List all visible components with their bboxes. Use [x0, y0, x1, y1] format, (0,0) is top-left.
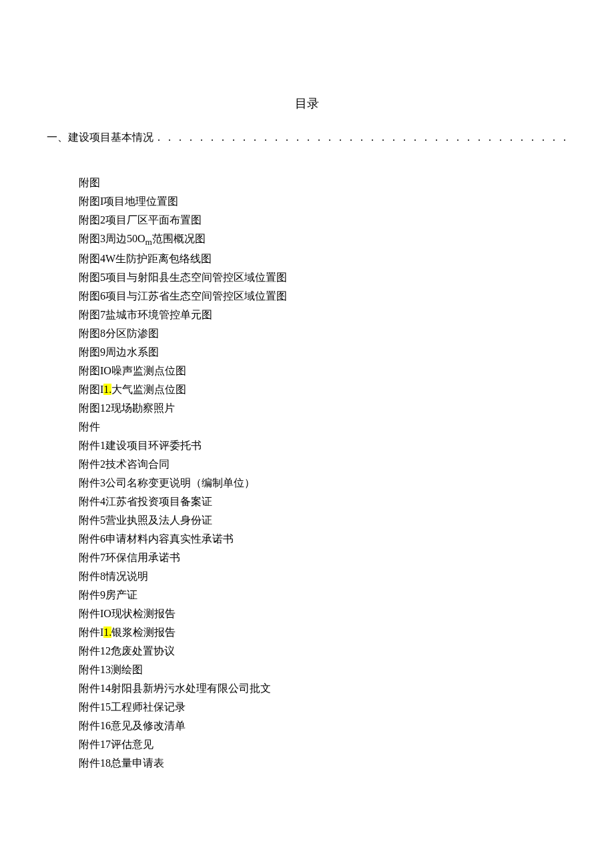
figure-item: 附图7盐城市环境管控单元图 — [79, 306, 567, 324]
attachment-prefix: 附件12 — [79, 645, 111, 657]
figure-prefix: 附图IO — [79, 365, 111, 376]
attachment-text: 技术咨询合同 — [105, 458, 170, 470]
figure-item: 附图5项目与射阳县生态空间管控区域位置图 — [79, 268, 567, 287]
attachment-prefix: 附件8 — [79, 570, 105, 582]
attachments-section: 附件 附件1建设项目环评委托书附件2技术咨询合同附件3公司名称变更说明（编制单位… — [47, 418, 567, 773]
attachment-item: 附件4江苏省投资项目备案证 — [79, 492, 567, 511]
attachment-item: 附件17评估意见 — [79, 735, 567, 754]
attachment-text: 建设项目环评委托书 — [105, 440, 202, 451]
figure-text: 项目地理位置图 — [103, 195, 178, 207]
figure-item: 附图I1.大气监测点位图 — [79, 380, 567, 399]
attachment-text: 评估意见 — [111, 739, 154, 750]
attachment-text: 情况说明 — [105, 570, 148, 582]
attachments-header: 附件 — [79, 418, 567, 436]
attachment-item: 附件15工程师社保记录 — [79, 698, 567, 717]
figure-text: 周边水系图 — [105, 346, 159, 358]
attachment-text: 测绘图 — [111, 664, 143, 675]
attachment-text: 房产证 — [105, 589, 137, 600]
attachment-item: 附件6申请材料内容真实性承诺书 — [79, 530, 567, 548]
attachment-prefix: 附件3 — [79, 477, 105, 488]
attachment-item: 附件14射阳县新坍污水处理有限公司批文 — [79, 679, 567, 698]
attachment-prefix: 附件2 — [79, 458, 105, 470]
figure-text: 范围概况图 — [152, 233, 206, 244]
attachment-prefix: 附件17 — [79, 739, 111, 750]
figure-prefix: 附图I — [79, 384, 103, 395]
attachment-text: 总量申请表 — [111, 757, 164, 769]
figure-text: 项目与江苏省生态空间管控区域位置图 — [105, 290, 287, 302]
attachment-item: 附件7环保信用承诺书 — [79, 548, 567, 567]
attachment-prefix: 附件5 — [79, 514, 105, 526]
figure-text: 现场勘察照片 — [111, 402, 175, 414]
attachment-prefix: 附件15 — [79, 701, 111, 713]
attachment-prefix: 附件16 — [79, 720, 111, 731]
figure-prefix: 附图2 — [79, 214, 105, 226]
figure-prefix: 附图8 — [79, 328, 105, 339]
figure-prefix: 附图5 — [79, 272, 105, 283]
toc-main-item: 一、建设项目基本情况 . . . . . . . . . . . . . . .… — [47, 128, 567, 147]
attachment-item: 附件I1.银浆检测报告 — [79, 623, 567, 642]
figures-section: 附图 附图I项目地理位置图附图2项目厂区平面布置图附图3周边50Om范围概况图附… — [47, 173, 567, 418]
attachment-highlight: 1. — [103, 626, 111, 638]
figure-text: 大气监测点位图 — [111, 384, 186, 395]
figure-item: 附图I项目地理位置图 — [79, 192, 567, 211]
attachment-item: 附件3公司名称变更说明（编制单位） — [79, 474, 567, 492]
attachment-item: 附件IO现状检测报告 — [79, 604, 567, 623]
attachment-text: 申请材料内容真实性承诺书 — [105, 533, 234, 544]
figure-item: 附图8分区防渗图 — [79, 324, 567, 343]
toc-main-label: 一、建设项目基本情况 — [47, 128, 154, 147]
attachment-prefix: 附件14 — [79, 683, 111, 694]
figure-prefix: 附图9 — [79, 346, 105, 358]
attachment-item: 附件9房产证 — [79, 586, 567, 604]
attachment-prefix: 附件4 — [79, 496, 105, 507]
attachment-item: 附件5营业执照及法人身份证 — [79, 511, 567, 530]
figure-highlight: 1. — [103, 384, 111, 395]
page-title: 目录 — [47, 93, 567, 115]
figure-prefix: 附图7 — [79, 309, 105, 320]
attachment-prefix: 附件7 — [79, 552, 105, 563]
attachment-item: 附件18总量申请表 — [79, 754, 567, 773]
attachment-item: 附件1建设项目环评委托书 — [79, 436, 567, 455]
figure-prefix: 附图4W — [79, 253, 115, 264]
attachment-text: 江苏省投资项目备案证 — [105, 496, 212, 507]
figure-item: 附图IO噪声监测点位图 — [79, 362, 567, 380]
attachment-text: 公司名称变更说明（编制单位） — [105, 477, 255, 488]
toc-dots: . . . . . . . . . . . . . . . . . . . . … — [154, 128, 567, 147]
attachment-prefix: 附件IO — [79, 608, 111, 619]
figure-text: 盐城市环境管控单元图 — [105, 309, 212, 320]
figure-item: 附图4W生防护距离包络线图 — [79, 250, 567, 268]
figure-subscript: m — [145, 237, 152, 247]
figure-text: 噪声监测点位图 — [111, 365, 186, 376]
attachment-prefix: 附件9 — [79, 589, 105, 600]
attachment-prefix: 附件13 — [79, 664, 111, 675]
figure-item: 附图6项目与江苏省生态空间管控区域位置图 — [79, 287, 567, 306]
figure-text: 项目厂区平面布置图 — [105, 214, 202, 226]
attachment-text: 意见及修改清单 — [111, 720, 186, 731]
figure-text: 项目与射阳县生态空间管控区域位置图 — [105, 272, 287, 283]
figure-item: 附图12现场勘察照片 — [79, 399, 567, 418]
attachment-item: 附件12危废处置协议 — [79, 642, 567, 661]
attachment-text: 工程师社保记录 — [111, 701, 186, 713]
attachment-prefix: 附件18 — [79, 757, 111, 769]
attachment-text: 现状检测报告 — [111, 608, 176, 619]
attachment-prefix: 附件I — [79, 626, 103, 638]
figure-item: 附图3周边50Om范围概况图 — [79, 230, 567, 250]
attachment-text: 环保信用承诺书 — [105, 552, 180, 563]
attachment-prefix: 附件1 — [79, 440, 105, 451]
figures-header: 附图 — [79, 173, 567, 192]
attachment-item: 附件16意见及修改清单 — [79, 717, 567, 735]
figure-text: 分区防渗图 — [105, 328, 159, 339]
figure-prefix: 附图I — [79, 195, 103, 207]
attachment-item: 附件8情况说明 — [79, 567, 567, 586]
attachment-text: 营业执照及法人身份证 — [105, 514, 212, 526]
figure-prefix: 附图12 — [79, 402, 111, 414]
attachment-text: 银浆检测报告 — [111, 626, 176, 638]
figure-text: 生防护距离包络线图 — [115, 253, 212, 264]
attachment-item: 附件13测绘图 — [79, 661, 567, 679]
attachment-text: 危废处置协议 — [111, 645, 175, 657]
figure-prefix: 附图6 — [79, 290, 105, 302]
attachment-text: 射阳县新坍污水处理有限公司批文 — [111, 683, 271, 694]
attachment-prefix: 附件6 — [79, 533, 105, 544]
figure-item: 附图9周边水系图 — [79, 343, 567, 362]
figure-prefix: 附图3周边50O — [79, 233, 145, 244]
attachment-item: 附件2技术咨询合同 — [79, 455, 567, 474]
